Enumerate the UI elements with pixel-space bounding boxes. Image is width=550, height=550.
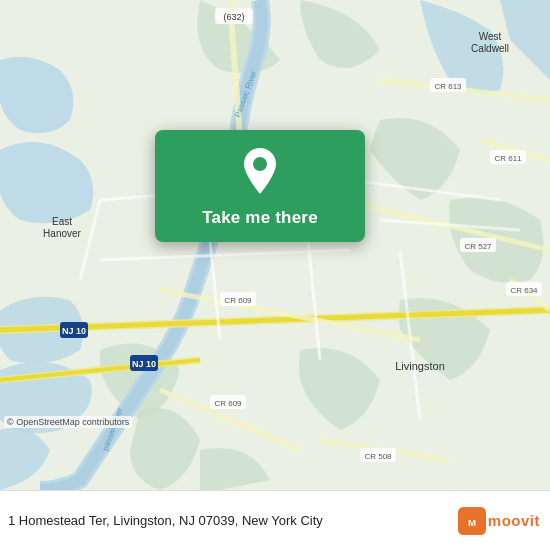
svg-text:Hanover: Hanover xyxy=(43,228,81,239)
svg-text:CR 609: CR 609 xyxy=(214,399,242,408)
svg-text:CR 609: CR 609 xyxy=(224,296,252,305)
bottom-bar: 1 Homestead Ter, Livingston, NJ 07039, N… xyxy=(0,490,550,550)
moovit-label-text: moovit xyxy=(488,512,540,529)
svg-text:CR 527: CR 527 xyxy=(464,242,492,251)
moovit-logo: M moovit xyxy=(458,507,540,535)
map-container: (632) NJ 10 NJ 10 CR 613 CR 611 CR 527 C… xyxy=(0,0,550,490)
location-pin-icon xyxy=(240,148,280,198)
take-me-there-button[interactable]: Take me there xyxy=(202,208,318,228)
svg-text:NJ 10: NJ 10 xyxy=(62,326,86,336)
svg-text:(632): (632) xyxy=(223,12,244,22)
svg-text:CR 613: CR 613 xyxy=(434,82,462,91)
svg-text:CR 508: CR 508 xyxy=(364,452,392,461)
svg-text:CR 634: CR 634 xyxy=(510,286,538,295)
svg-text:West: West xyxy=(479,31,502,42)
svg-text:NJ 10: NJ 10 xyxy=(132,359,156,369)
svg-text:East: East xyxy=(52,216,72,227)
osm-attribution: © OpenStreetMap contributors xyxy=(4,416,132,428)
svg-point-48 xyxy=(253,157,267,171)
address-text: 1 Homestead Ter, Livingston, NJ 07039, N… xyxy=(8,512,458,530)
take-me-there-overlay[interactable]: Take me there xyxy=(155,130,365,242)
svg-text:M: M xyxy=(468,517,476,528)
svg-text:Livingston: Livingston xyxy=(395,360,445,372)
svg-text:Caldwell: Caldwell xyxy=(471,43,509,54)
svg-text:CR 611: CR 611 xyxy=(494,154,522,163)
moovit-logo-icon: M xyxy=(458,507,486,535)
